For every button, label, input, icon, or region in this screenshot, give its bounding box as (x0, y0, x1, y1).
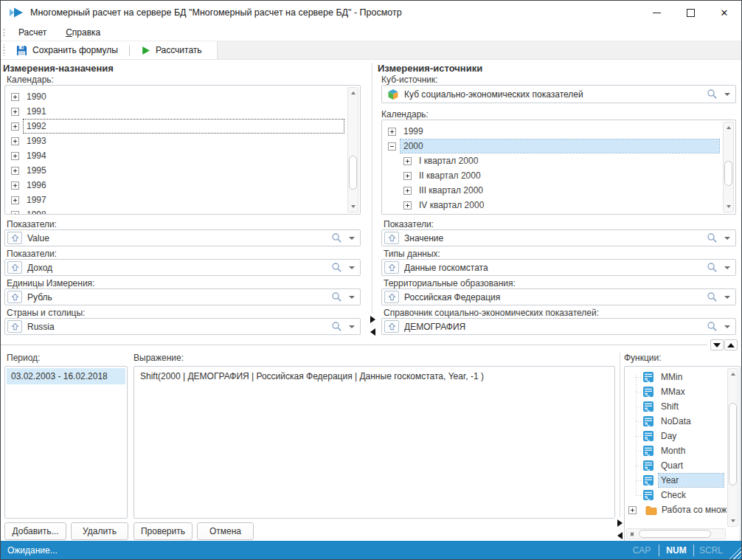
tree-item-1993[interactable]: 1993 (5, 134, 360, 148)
tree-item-II квартал 2000[interactable]: II квартал 2000 (382, 168, 735, 183)
resize-grip-icon[interactable] (728, 541, 741, 559)
minimize-icon[interactable] (639, 1, 673, 24)
dropdown-arrow-icon[interactable] (724, 296, 730, 299)
dimension-combo-ДЕМОГРАФИЯ[interactable]: ДЕМОГРАФИЯ (381, 318, 736, 335)
expand-icon[interactable] (11, 108, 19, 116)
expand-icon[interactable] (11, 182, 19, 190)
expand-icon[interactable] (628, 506, 637, 514)
button-Отмена[interactable]: Отмена (197, 522, 254, 540)
tree-item-1991[interactable]: 1991 (5, 104, 360, 119)
toolbar-grip[interactable] (3, 27, 5, 38)
expand-icon[interactable] (11, 152, 19, 160)
close-icon[interactable]: ✕ (707, 1, 741, 24)
expand-icon[interactable] (11, 137, 19, 145)
vertical-scrollbar[interactable] (723, 122, 734, 212)
collapse-icon[interactable] (388, 142, 396, 151)
button-Удалить[interactable]: Удалить (71, 522, 128, 540)
splitter-left-icon[interactable] (367, 326, 378, 337)
tree-item-1990[interactable]: 1990 (5, 89, 360, 104)
dimension-combo-Value[interactable]: Value (4, 229, 361, 246)
function-item-NoData[interactable]: NoData (626, 414, 727, 429)
functions-tree[interactable]: MMinMMaxShiftNoDataDayMonthQuartYearChec… (624, 366, 741, 542)
vertical-scrollbar[interactable] (347, 87, 358, 212)
search-icon[interactable] (707, 232, 718, 243)
expand-icon[interactable] (388, 128, 396, 136)
expand-icon[interactable] (403, 157, 412, 165)
tree-item-III квартал 2000[interactable]: III квартал 2000 (382, 183, 735, 198)
splitter-left-icon[interactable] (614, 530, 625, 541)
expand-icon[interactable] (11, 167, 19, 175)
horizontal-splitter[interactable] (1, 345, 707, 345)
dimension-combo-Рубль[interactable]: Рубль (4, 288, 361, 305)
function-item-Check[interactable]: Check (626, 488, 727, 502)
dimension-combo-Данные госкомстата[interactable]: Данные госкомстата (381, 259, 736, 276)
dropdown-arrow-icon[interactable] (349, 296, 355, 299)
tree-item-1999[interactable]: 1999 (382, 124, 735, 139)
search-icon[interactable] (331, 291, 342, 303)
scroll-right-icon[interactable] (627, 529, 637, 539)
expand-icon[interactable] (11, 196, 19, 204)
period-listbox[interactable]: 03.02.2003 - 16.02.2018 (4, 366, 128, 519)
search-icon[interactable] (707, 321, 718, 332)
function-item-Month[interactable]: Month (626, 443, 727, 458)
dropdown-arrow-icon[interactable] (724, 325, 730, 328)
title-bar[interactable]: Многомерный расчет на сервере БД "Многом… (1, 1, 741, 24)
maximize-icon[interactable] (673, 1, 707, 24)
dropdown-arrow-icon[interactable] (349, 266, 355, 269)
search-icon[interactable] (707, 89, 718, 100)
tree-item-1996[interactable]: 1996 (5, 178, 360, 193)
destinations-calendar-tree[interactable]: 199019911992199319941995199619971998 (4, 85, 361, 215)
scroll-up-icon[interactable] (348, 88, 358, 98)
dropdown-arrow-icon[interactable] (349, 325, 355, 328)
scroll-down-icon[interactable] (724, 201, 733, 212)
expand-icon[interactable] (403, 172, 412, 180)
button-Добавить[interactable]: Добавить... (4, 522, 66, 540)
expand-icon[interactable] (11, 122, 19, 131)
menu-item-Расчет[interactable]: Расчет (9, 24, 56, 41)
dropdown-arrow-icon[interactable] (724, 93, 730, 96)
function-item-Quart[interactable]: Quart (626, 458, 727, 473)
functions-folder-item[interactable]: Работа со множес (626, 502, 727, 517)
search-icon[interactable] (707, 291, 718, 303)
expand-icon[interactable] (11, 93, 19, 101)
function-item-Shift[interactable]: Shift (626, 399, 727, 414)
period-item[interactable]: 03.02.2003 - 16.02.2018 (7, 368, 125, 384)
scroll-up-icon[interactable] (728, 369, 738, 379)
expand-icon[interactable] (11, 211, 19, 215)
splitter-right-icon[interactable] (367, 314, 378, 325)
search-icon[interactable] (331, 321, 342, 332)
expand-icon[interactable] (403, 187, 412, 195)
save-formulas-button[interactable]: Сохранить формулы (9, 45, 125, 56)
tree-item-1994[interactable]: 1994 (5, 148, 360, 163)
tree-item-1992[interactable]: 1992 (5, 119, 360, 134)
splitter-down-icon[interactable] (710, 339, 724, 350)
dimension-combo-Доход[interactable]: Доход (4, 259, 361, 276)
calculate-button[interactable]: Рассчитать (134, 45, 209, 55)
sources-calendar-tree[interactable]: 19992000I квартал 2000II квартал 2000III… (381, 120, 736, 215)
tree-item-IV квартал 2000[interactable]: IV квартал 2000 (382, 198, 735, 212)
search-icon[interactable] (331, 232, 342, 243)
scroll-down-icon[interactable] (348, 201, 358, 212)
expand-icon[interactable] (403, 201, 412, 210)
dropdown-arrow-icon[interactable] (724, 237, 730, 240)
dropdown-arrow-icon[interactable] (724, 266, 730, 269)
tree-item-1997[interactable]: 1997 (5, 193, 360, 207)
dimension-combo-Russia[interactable]: Russia (4, 318, 361, 335)
splitter-up-icon[interactable] (724, 339, 738, 350)
dimension-combo-Значение[interactable]: Значение (381, 229, 736, 246)
cube-source-combo[interactable]: Куб социально-экономических показателей (381, 85, 736, 103)
splitter-right-icon[interactable] (614, 517, 625, 528)
scroll-up-icon[interactable] (724, 122, 733, 133)
function-item-MMax[interactable]: MMax (626, 384, 727, 399)
tree-item-2000[interactable]: 2000 (382, 139, 735, 153)
function-item-MMin[interactable]: MMin (626, 370, 727, 384)
horizontal-scrollbar[interactable] (626, 528, 726, 539)
scrollbar-thumb[interactable] (729, 403, 737, 485)
function-item-Day[interactable]: Day (626, 429, 727, 443)
scroll-down-icon[interactable] (728, 516, 738, 526)
tree-item-I квартал 2000[interactable]: I квартал 2000 (382, 153, 735, 168)
function-item-Year[interactable]: Year (626, 473, 727, 488)
tree-item-1995[interactable]: 1995 (5, 163, 360, 178)
dropdown-arrow-icon[interactable] (349, 237, 355, 240)
vertical-scrollbar[interactable] (727, 368, 738, 527)
